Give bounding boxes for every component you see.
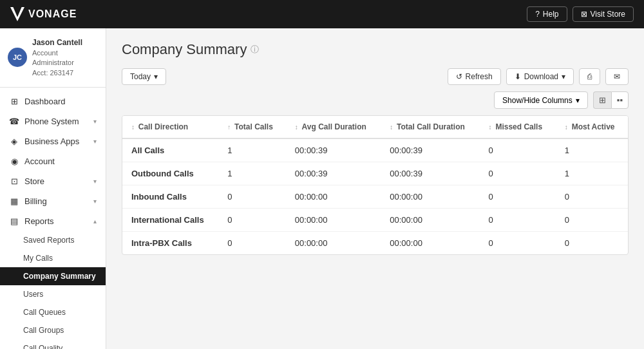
print-button[interactable]: ⎙ bbox=[579, 68, 600, 85]
sidebar-item-dashboard[interactable]: ⊞ Dashboard bbox=[0, 91, 106, 111]
sidebar-item-my-calls[interactable]: My Calls bbox=[0, 249, 106, 267]
cell-direction-1: Outbound Calls bbox=[122, 162, 218, 185]
chart-view-button[interactable]: ▪▪ bbox=[611, 91, 629, 109]
help-button[interactable]: ? Help bbox=[527, 6, 567, 22]
page-header: Company Summary ⓘ bbox=[122, 41, 629, 58]
refresh-button[interactable]: ↺ Refresh bbox=[448, 68, 501, 85]
sidebar-item-phone-system-label: Phone System bbox=[24, 117, 79, 126]
sort-icon-total-duration: ↕ bbox=[390, 124, 395, 131]
top-navigation: VONAGE ? Help ⊠ Visit Store bbox=[0, 0, 644, 28]
business-apps-icon: ◈ bbox=[9, 137, 19, 146]
cell-most-active-4: 0 bbox=[556, 232, 628, 255]
cell-total-dur-3: 00:00:00 bbox=[381, 209, 479, 232]
table-view-button[interactable]: ⊞ bbox=[593, 91, 611, 109]
cell-direction-3: International Calls bbox=[122, 209, 218, 232]
table-row: Outbound Calls 1 00:00:39 00:00:39 0 1 bbox=[122, 162, 628, 185]
sidebar-item-dashboard-label: Dashboard bbox=[24, 97, 66, 106]
print-icon: ⎙ bbox=[587, 72, 592, 81]
cell-missed-2: 0 bbox=[480, 185, 556, 209]
cell-most-active-1: 1 bbox=[556, 162, 628, 185]
user-acct: Acct: 263147 bbox=[32, 68, 98, 78]
sidebar-item-store[interactable]: ⊡ Store ▾ bbox=[0, 171, 106, 191]
help-label: Help bbox=[543, 10, 559, 19]
sort-icon-missed: ↕ bbox=[489, 124, 494, 131]
sidebar-item-business-apps[interactable]: ◈ Business Apps ▾ bbox=[0, 131, 106, 151]
table-view-icon: ⊞ bbox=[599, 95, 606, 105]
reports-submenu: Saved Reports My Calls Company Summary U… bbox=[0, 231, 106, 349]
sidebar-item-phone-system[interactable]: ☎ Phone System ▾ bbox=[0, 111, 106, 131]
sidebar-item-users[interactable]: Users bbox=[0, 285, 106, 303]
dashboard-icon: ⊞ bbox=[9, 97, 19, 106]
download-button[interactable]: ⬇ Download ▾ bbox=[506, 68, 574, 85]
table-row: Inbound Calls 0 00:00:00 00:00:00 0 0 bbox=[122, 185, 628, 209]
sidebar-item-call-quality[interactable]: Call Quality bbox=[0, 339, 106, 349]
reports-chevron: ▴ bbox=[93, 218, 97, 225]
reports-icon: ▤ bbox=[9, 216, 19, 226]
store-chevron: ▾ bbox=[93, 178, 97, 185]
email-button[interactable]: ✉ bbox=[605, 68, 629, 85]
sidebar-item-reports-label: Reports bbox=[24, 216, 54, 226]
cell-avg-4: 00:00:00 bbox=[286, 232, 381, 255]
sidebar: JC Jason Cantell Account Administrator A… bbox=[0, 28, 106, 349]
cell-direction-0: All Calls bbox=[122, 138, 218, 162]
user-info: Jason Cantell Account Administrator Acct… bbox=[32, 37, 98, 78]
sidebar-item-account[interactable]: ◉ Account bbox=[0, 151, 106, 171]
cell-avg-1: 00:00:39 bbox=[286, 162, 381, 185]
sort-icon-call-direction: ↕ bbox=[131, 124, 137, 131]
user-section: JC Jason Cantell Account Administrator A… bbox=[0, 28, 106, 88]
cell-total-3: 0 bbox=[218, 209, 286, 232]
col-most-active[interactable]: ↕ Most Active bbox=[556, 116, 628, 138]
view-toggle: ⊞ ▪▪ bbox=[593, 91, 629, 109]
cell-total-2: 0 bbox=[218, 185, 286, 209]
sidebar-item-saved-reports[interactable]: Saved Reports bbox=[0, 231, 106, 249]
toolbar: Today ▾ ↺ Refresh ⬇ Download ▾ ⎙ ✉ bbox=[122, 68, 629, 85]
toolbar-left: Today ▾ bbox=[122, 68, 166, 85]
cell-direction-4: Intra-PBX Calls bbox=[122, 232, 218, 255]
refresh-icon: ↺ bbox=[456, 72, 462, 81]
sidebar-item-billing-label: Billing bbox=[24, 196, 47, 206]
col-missed-calls[interactable]: ↕ Missed Calls bbox=[480, 116, 556, 138]
sidebar-item-store-label: Store bbox=[24, 176, 44, 186]
page-title: Company Summary ⓘ bbox=[122, 41, 259, 58]
refresh-label: Refresh bbox=[466, 72, 493, 81]
user-role: Account Administrator bbox=[32, 48, 98, 68]
cell-total-1: 1 bbox=[218, 162, 286, 185]
today-chevron: ▾ bbox=[154, 72, 158, 81]
sidebar-item-call-groups[interactable]: Call Groups bbox=[0, 321, 106, 339]
cell-avg-0: 00:00:39 bbox=[286, 138, 381, 162]
vonage-v-icon bbox=[10, 7, 24, 21]
cell-total-dur-4: 00:00:00 bbox=[381, 232, 479, 255]
sidebar-item-reports[interactable]: ▤ Reports ▴ bbox=[0, 211, 106, 231]
col-avg-call-duration[interactable]: ↕ Avg Call Duration bbox=[286, 116, 381, 138]
phone-system-icon: ☎ bbox=[9, 117, 19, 126]
col-total-calls[interactable]: ↑ Total Calls bbox=[218, 116, 286, 138]
visit-store-button[interactable]: ⊠ Visit Store bbox=[573, 6, 634, 22]
email-icon: ✉ bbox=[614, 72, 620, 81]
cell-missed-1: 0 bbox=[480, 162, 556, 185]
main-layout: JC Jason Cantell Account Administrator A… bbox=[0, 28, 644, 349]
phone-system-chevron: ▾ bbox=[93, 118, 97, 125]
col-call-direction[interactable]: ↕ Call Direction bbox=[122, 116, 218, 138]
show-hide-chevron: ▾ bbox=[576, 96, 580, 105]
billing-chevron: ▾ bbox=[93, 198, 97, 205]
cell-missed-4: 0 bbox=[480, 232, 556, 255]
sidebar-item-company-summary[interactable]: Company Summary bbox=[0, 267, 106, 285]
cell-missed-3: 0 bbox=[480, 209, 556, 232]
table-row: International Calls 0 00:00:00 00:00:00 … bbox=[122, 209, 628, 232]
sidebar-item-call-queues[interactable]: Call Queues bbox=[0, 303, 106, 321]
show-hide-columns-button[interactable]: Show/Hide Columns ▾ bbox=[494, 91, 588, 109]
cell-avg-3: 00:00:00 bbox=[286, 209, 381, 232]
show-hide-label: Show/Hide Columns bbox=[502, 96, 573, 105]
sidebar-item-billing[interactable]: ▦ Billing ▾ bbox=[0, 191, 106, 211]
download-icon: ⬇ bbox=[515, 72, 521, 81]
info-icon[interactable]: ⓘ bbox=[251, 44, 259, 55]
today-button[interactable]: Today ▾ bbox=[122, 68, 166, 85]
main-content: Company Summary ⓘ Today ▾ ↺ Refresh ⬇ Do… bbox=[106, 28, 644, 349]
sort-icon-avg-duration: ↕ bbox=[295, 124, 300, 131]
table-body: All Calls 1 00:00:39 00:00:39 0 1 Outbou… bbox=[122, 138, 628, 254]
help-icon: ? bbox=[535, 10, 540, 19]
sort-icon-most-active: ↕ bbox=[565, 124, 570, 131]
col-total-call-duration[interactable]: ↕ Total Call Duration bbox=[381, 116, 479, 138]
cell-direction-2: Inbound Calls bbox=[122, 185, 218, 209]
data-table-container: ↕ Call Direction ↑ Total Calls ↕ Avg Cal… bbox=[122, 115, 629, 255]
